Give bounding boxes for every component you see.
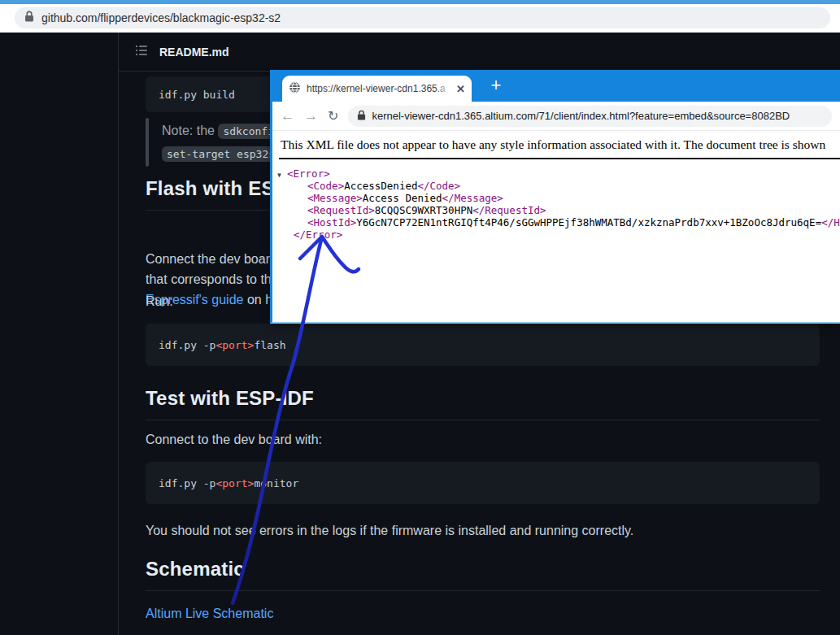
xml-requestid-line: <RequestId>8CQQSC9WXRT30HPN</RequestId> xyxy=(272,204,840,216)
list-icon[interactable] xyxy=(135,44,148,60)
code-flash-post: flash xyxy=(254,339,285,351)
note-prefix: Note: the xyxy=(162,124,218,137)
run-label: Run: xyxy=(146,291,173,311)
xml-requestid-close: </RequestId> xyxy=(472,204,546,216)
readme-title: README.md xyxy=(159,46,229,59)
altium-live-schematic-link[interactable]: Altium Live Schematic xyxy=(146,607,273,620)
popup-toolbar: ← → ↻ kernel-viewer-cdn1.365.altium.com/… xyxy=(272,102,840,131)
xml-root-open-tag: <Error> xyxy=(287,167,330,180)
code-monitor-port-token: <port> xyxy=(215,477,254,489)
xml-root-close-tag: </Error> xyxy=(294,228,342,241)
xml-code-line: <Code>AccessDenied</Code> xyxy=(272,180,840,192)
lock-icon xyxy=(357,109,366,124)
popup-tab-title: https://kernel-viewer-cdn1.365.a xyxy=(307,83,450,94)
code-build-text: idf.py build xyxy=(159,89,235,101)
popup-tab[interactable]: https://kernel-viewer-cdn1.365.a ✕ xyxy=(282,76,472,102)
reload-icon[interactable]: ↻ xyxy=(328,110,338,123)
schematic-link-row: Altium Live Schematic xyxy=(146,603,273,624)
new-tab-button[interactable]: + xyxy=(484,74,508,98)
xml-hostid-value: Y6GcN7CP72EN1ntRGIQft4P46/sGGwHPPEjf38hW… xyxy=(356,216,821,228)
connect-paragraph: Connect to the dev board with: xyxy=(146,429,322,450)
globe-icon xyxy=(289,81,301,97)
xml-hostid-close: </HostId> xyxy=(821,216,840,228)
flash-paragraph-line1: Connect the dev boar xyxy=(146,249,272,269)
popup-page-content: This XML file does not appear to have an… xyxy=(272,131,840,322)
outer-url-text[interactable]: github.com/flipperdevices/blackmagic-esp… xyxy=(41,11,281,24)
outer-browser-topbar: github.com/flipperdevices/blackmagic-esp… xyxy=(0,0,840,33)
code-block-monitor: idf.py -p <port> monitor xyxy=(146,462,820,504)
popup-address-bar[interactable]: kernel-viewer-cdn1.365.altium.com/71/cli… xyxy=(348,106,832,127)
blockquote-bar xyxy=(146,118,149,167)
xml-tree: ▼<Error> <Code>AccessDenied</Code> <Mess… xyxy=(272,167,840,241)
code-block-flash: idf.py -p <port> flash xyxy=(146,324,820,366)
xml-message-value: Access Denied xyxy=(363,192,442,204)
code-monitor-post: monitor xyxy=(254,477,298,489)
xml-code-open: <Code> xyxy=(307,180,344,192)
xml-root-close-line: </Error> xyxy=(272,228,840,241)
xml-requestid-open: <RequestId> xyxy=(307,204,375,216)
popup-url-text[interactable]: kernel-viewer-cdn1.365.altium.com/71/cli… xyxy=(372,110,790,122)
note-chip-settarget: set-target esp32s2 xyxy=(162,146,286,162)
popup-titlebar: https://kernel-viewer-cdn1.365.a ✕ + xyxy=(272,70,840,102)
note-line1: Note: the sdkconfi xyxy=(162,120,286,142)
xml-root-open-line[interactable]: ▼<Error> xyxy=(272,167,840,180)
heading-schematic: Schematic xyxy=(146,558,820,591)
code-flash-pre: idf.py -p xyxy=(159,339,215,351)
errors-paragraph: You should not see errors in the logs if… xyxy=(146,520,633,541)
xml-code-value: AccessDenied xyxy=(344,180,417,192)
outer-window-accent xyxy=(0,0,840,4)
xml-message-close: </Message> xyxy=(442,192,503,204)
back-icon[interactable]: ← xyxy=(281,109,294,123)
xml-message-line: <Message>Access Denied</Message> xyxy=(272,192,840,204)
outer-address-bar[interactable]: github.com/flipperdevices/blackmagic-esp… xyxy=(15,7,830,28)
flash-paragraph-line3-rest: on h xyxy=(243,293,272,307)
readme-file-header: README.md xyxy=(119,33,840,72)
xml-divider xyxy=(279,158,840,159)
xml-hostid-open: <HostId> xyxy=(307,216,356,228)
xml-message-open: <Message> xyxy=(307,192,363,204)
code-monitor-pre: idf.py -p xyxy=(159,477,215,489)
tab-close-icon[interactable]: ✕ xyxy=(456,83,465,95)
popup-browser-window: https://kernel-viewer-cdn1.365.a ✕ + ← →… xyxy=(270,70,840,324)
xml-style-notice: This XML file does not appear to have an… xyxy=(272,131,840,152)
xml-code-close: </Code> xyxy=(417,180,460,192)
heading-test-with-esp-idf: Test with ESP-IDF xyxy=(146,387,820,420)
forward-icon[interactable]: → xyxy=(304,109,318,123)
code-flash-port-token: <port> xyxy=(215,339,254,351)
screenshot-root: github.com/flipperdevices/blackmagic-esp… xyxy=(0,0,840,635)
note-line2: set-target esp32s2 xyxy=(162,142,286,165)
lock-icon xyxy=(24,11,34,25)
xml-hostid-line: <HostId>Y6GcN7CP72EN1ntRGIQft4P46/sGGwHP… xyxy=(272,216,840,228)
blockquote-body: Note: the sdkconfi set-target esp32s2 xyxy=(162,118,286,167)
flash-paragraph-line2: that corresponds to th xyxy=(146,269,272,289)
xml-requestid-value: 8CQQSC9WXRT30HPN xyxy=(375,204,472,216)
